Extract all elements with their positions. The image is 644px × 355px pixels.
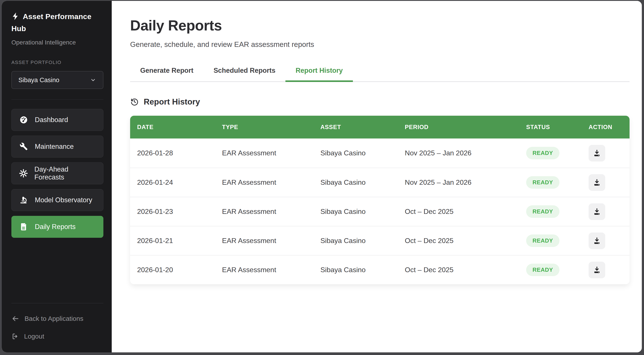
cell-status: READY [519,264,582,276]
column-header-asset: ASSET [314,124,398,131]
tab-generate-report[interactable]: Generate Report [130,61,204,82]
cell-type: EAR Assessment [215,237,314,245]
table-row: 2026-01-23 EAR Assessment Sibaya Casino … [130,197,630,226]
download-report-button[interactable] [588,232,605,249]
app-brand-label: Asset Performance Hub [12,12,91,33]
portfolio-select-value: Sibaya Casino [18,77,59,84]
back-to-applications-label: Back to Applications [24,315,84,322]
microscope-icon [19,196,28,204]
column-header-status: STATUS [519,124,582,131]
sun-icon [19,169,28,178]
page-subtitle: Generate, schedule, and review EAR asses… [130,40,630,49]
table-row: 2026-01-28 EAR Assessment Sibaya Casino … [130,139,630,168]
table-header-row: DATE TYPE ASSET PERIOD STATUS ACTION [130,116,630,139]
tab-report-history[interactable]: Report History [286,61,353,82]
logout-icon [12,333,19,340]
download-report-button[interactable] [588,262,605,278]
sidebar-item-label: Dashboard [35,116,68,124]
logout-link[interactable]: Logout [12,333,104,340]
download-icon [593,237,601,245]
sidebar-item-label: Day-Ahead Forecasts [34,165,96,181]
cell-date: 2026-01-21 [130,237,215,245]
bolt-icon [12,12,20,20]
sidebar-divider-bottom [12,303,104,303]
back-arrow-icon [12,315,19,322]
table-row: 2026-01-20 EAR Assessment Sibaya Casino … [130,255,630,284]
column-header-date: DATE [130,124,215,131]
sidebar-nav: Dashboard Maintenance Day-Ahead Forecast… [12,109,104,238]
sidebar-divider-top [12,100,104,100]
table-row: 2026-01-21 EAR Assessment Sibaya Casino … [130,226,630,255]
download-icon [593,266,601,274]
app-brand: Asset Performance Hub [12,11,104,35]
sidebar-item-daily-reports[interactable]: Daily Reports [12,216,104,238]
cell-status: READY [519,176,582,189]
report-history-table: DATE TYPE ASSET PERIOD STATUS ACTION 202… [130,116,630,284]
sidebar-item-label: Maintenance [35,143,74,151]
cell-action [582,262,630,278]
section-header: Report History [130,97,630,107]
cell-status: READY [519,147,582,159]
column-header-period: PERIOD [398,124,519,131]
cell-asset: Sibaya Casino [314,208,398,216]
table-row: 2026-01-24 EAR Assessment Sibaya Casino … [130,168,630,197]
cell-asset: Sibaya Casino [314,178,398,186]
sidebar-item-label: Daily Reports [35,223,76,231]
sidebar-item-model-observatory[interactable]: Model Observatory [12,189,104,211]
download-report-button[interactable] [588,203,605,220]
download-icon [593,178,601,187]
sidebar-item-dashboard[interactable]: Dashboard [12,109,104,131]
status-badge: READY [526,176,560,189]
download-report-button[interactable] [588,174,605,191]
download-report-button[interactable] [588,145,605,162]
tab-bar: Generate Report Scheduled Reports Report… [130,61,630,82]
cell-period: Oct – Dec 2025 [398,208,519,216]
main-content: Daily Reports Generate, schedule, and re… [112,1,642,352]
cell-type: EAR Assessment [215,149,314,157]
sidebar: Asset Performance Hub Operational Intell… [2,1,112,352]
logout-label: Logout [24,333,44,340]
cell-date: 2026-01-24 [130,178,215,186]
cell-date: 2026-01-20 [130,266,215,274]
cell-date: 2026-01-23 [130,208,215,216]
portfolio-label: ASSET PORTFOLIO [12,60,104,65]
cell-type: EAR Assessment [215,208,314,216]
cell-period: Nov 2025 – Jan 2026 [398,149,519,157]
status-badge: READY [526,234,560,247]
document-icon [19,223,28,231]
cell-type: EAR Assessment [215,178,314,186]
status-badge: READY [526,147,560,159]
portfolio-select[interactable]: Sibaya Casino [12,71,104,89]
download-icon [593,149,601,157]
cell-asset: Sibaya Casino [314,266,398,274]
sidebar-item-maintenance[interactable]: Maintenance [12,136,104,158]
chevron-down-icon [90,77,96,83]
column-header-type: TYPE [215,124,314,131]
sidebar-item-label: Model Observatory [35,196,92,204]
cell-date: 2026-01-28 [130,149,215,157]
tab-scheduled-reports[interactable]: Scheduled Reports [204,61,286,82]
column-header-action: ACTION [582,124,630,131]
status-badge: READY [526,264,560,276]
cell-asset: Sibaya Casino [314,237,398,245]
cell-period: Oct – Dec 2025 [398,266,519,274]
wrench-icon [19,142,28,151]
cell-period: Nov 2025 – Jan 2026 [398,178,519,186]
app-tagline: Operational Intelligence [12,39,104,46]
sidebar-item-day-ahead-forecasts[interactable]: Day-Ahead Forecasts [12,162,104,184]
download-icon [593,208,601,216]
cell-status: READY [519,234,582,247]
back-to-applications-link[interactable]: Back to Applications [12,315,104,322]
sidebar-footer: Back to Applications Logout [12,303,104,340]
cell-action [582,203,630,220]
app-window: Asset Performance Hub Operational Intell… [2,1,642,352]
cell-asset: Sibaya Casino [314,149,398,157]
history-icon [130,98,139,106]
cell-action [582,174,630,191]
gauge-icon [19,116,28,124]
cell-action [582,145,630,162]
page-title: Daily Reports [130,17,630,34]
cell-status: READY [519,205,582,218]
section-title: Report History [144,97,200,107]
cell-action [582,232,630,249]
